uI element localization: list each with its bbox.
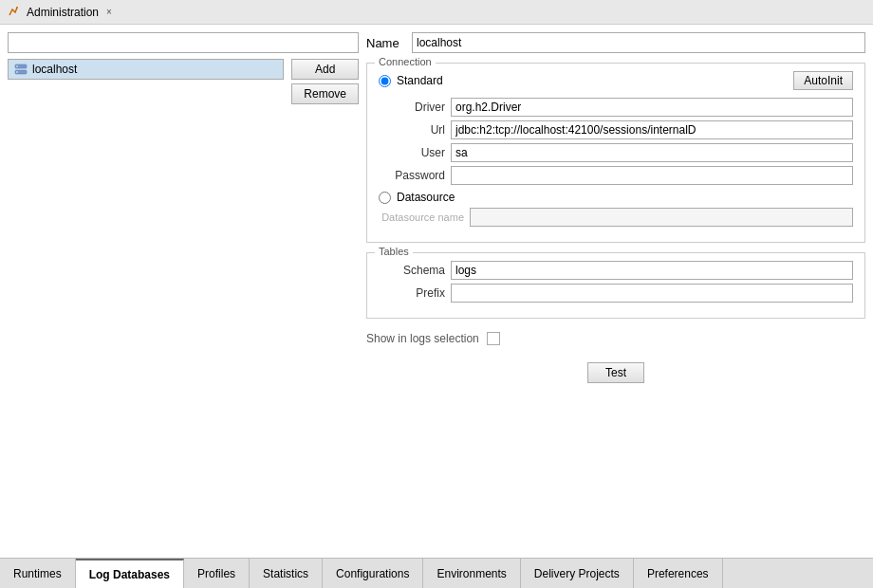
tables-group: Tables Schema Prefix	[366, 252, 865, 319]
url-row: Url	[379, 120, 853, 139]
connection-legend: Connection	[375, 56, 436, 67]
close-button[interactable]: ×	[104, 7, 114, 17]
svg-point-3	[16, 65, 18, 67]
right-panel: Name Connection Standard AutoInit Driver	[366, 32, 865, 550]
title-text: Administration	[27, 6, 99, 19]
user-row: User	[379, 143, 853, 162]
driver-label: Driver	[379, 101, 445, 114]
autoinit-button[interactable]: AutoInit	[793, 71, 853, 90]
datasource-name-row: Datasource name	[379, 208, 853, 227]
url-label: Url	[379, 123, 445, 137]
datasource-name-label: Datasource name	[379, 211, 464, 223]
tab-log-databases[interactable]: Log Databases	[76, 559, 184, 588]
name-label: Name	[366, 36, 404, 50]
name-row: Name	[366, 32, 865, 53]
list-box: localhost	[8, 59, 284, 80]
connection-group: Connection Standard AutoInit Driver Url	[366, 63, 865, 243]
prefix-input[interactable]	[451, 284, 853, 303]
left-panel: localhost Add Remove	[8, 32, 359, 550]
standard-label: Standard	[397, 74, 443, 87]
datasource-name-input[interactable]	[470, 208, 853, 227]
test-button[interactable]: Test	[587, 362, 644, 383]
user-label: User	[379, 146, 445, 159]
password-label: Password	[379, 169, 445, 182]
schema-input[interactable]	[451, 261, 853, 280]
datasource-radio[interactable]	[379, 192, 391, 204]
show-logs-row: Show in logs selection	[366, 332, 865, 345]
datasource-radio-row: Datasource	[379, 191, 853, 204]
tab-statistics[interactable]: Statistics	[250, 559, 323, 588]
standard-radio-left: Standard	[379, 74, 443, 87]
user-input[interactable]	[451, 143, 853, 162]
title-bar: Administration ×	[0, 0, 873, 25]
show-logs-checkbox[interactable]	[487, 332, 500, 345]
driver-row: Driver	[379, 98, 853, 117]
url-input[interactable]	[451, 120, 853, 139]
prefix-row: Prefix	[379, 284, 853, 303]
tables-legend: Tables	[375, 246, 413, 257]
schema-row: Schema	[379, 261, 853, 280]
admin-icon	[8, 6, 21, 19]
svg-point-0	[16, 7, 18, 9]
schema-label: Schema	[379, 264, 445, 277]
standard-radio-row: Standard AutoInit	[379, 71, 853, 90]
title-tab: Administration ×	[8, 6, 114, 19]
test-btn-row: Test	[366, 362, 865, 383]
bottom-tabs: RuntimesLog DatabasesProfilesStatisticsC…	[0, 558, 873, 588]
show-logs-label: Show in logs selection	[366, 332, 479, 345]
tab-delivery-projects[interactable]: Delivery Projects	[521, 559, 634, 588]
tab-configurations[interactable]: Configurations	[323, 559, 423, 588]
list-container: localhost	[8, 59, 284, 80]
svg-point-4	[16, 71, 18, 73]
datasource-label: Datasource	[397, 191, 455, 204]
search-input[interactable]	[8, 32, 359, 53]
password-input[interactable]	[451, 166, 853, 185]
tab-profiles[interactable]: Profiles	[184, 559, 250, 588]
password-row: Password	[379, 166, 853, 185]
btn-group: Add Remove	[291, 59, 359, 104]
prefix-label: Prefix	[379, 286, 445, 300]
driver-input[interactable]	[451, 98, 853, 117]
main-content: localhost Add Remove Name Connection S	[0, 25, 873, 558]
tab-preferences[interactable]: Preferences	[634, 559, 723, 588]
remove-button[interactable]: Remove	[291, 83, 359, 104]
name-input[interactable]	[412, 32, 865, 53]
list-item-label: localhost	[32, 63, 77, 76]
add-button[interactable]: Add	[291, 59, 359, 80]
list-item[interactable]: localhost	[9, 60, 283, 79]
server-icon	[14, 63, 28, 76]
tab-environments[interactable]: Environments	[423, 559, 520, 588]
tab-runtimes[interactable]: Runtimes	[0, 559, 76, 588]
standard-radio[interactable]	[379, 75, 391, 87]
left-row: localhost Add Remove	[8, 59, 359, 104]
